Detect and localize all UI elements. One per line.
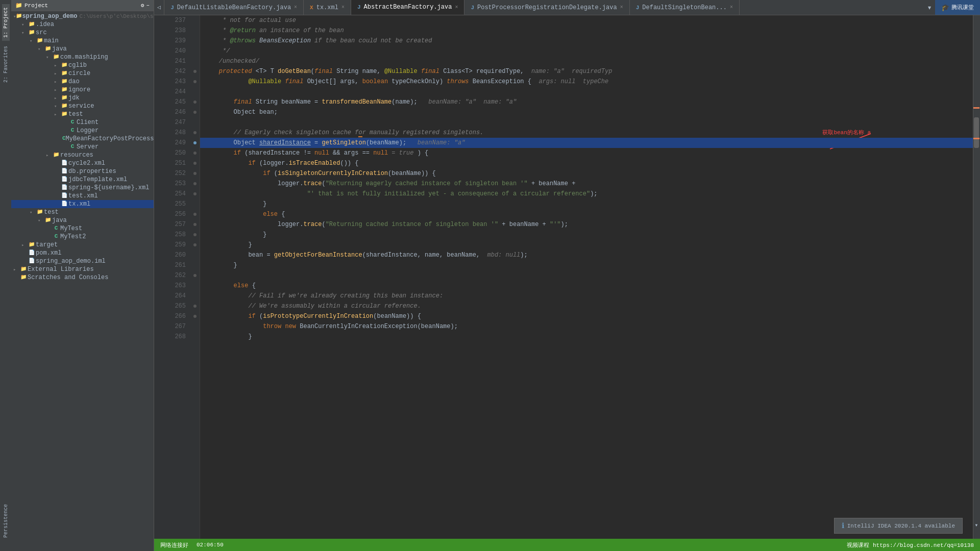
tree-item-test-service[interactable]: ▸ 📁 test <box>11 110 154 118</box>
tree-item-dbprops[interactable]: 📄 db.properties <box>11 167 154 176</box>
tree-item-iml[interactable]: 📄 spring_aop_demo.iml <box>11 257 154 265</box>
tab-default-singleton[interactable]: J DefaultSingletonBean... × <box>630 0 740 15</box>
tree-item-client[interactable]: C Client <box>11 118 154 127</box>
line-numbers: 237 238 239 240 241 242 243 244 245 246 … <box>164 15 190 539</box>
tab-txxxml-label: tx.xml <box>316 4 338 11</box>
tab-close-icon[interactable]: × <box>294 5 297 10</box>
line-content: bean = getObjectForBeanInstance(sharedIn… <box>200 250 973 260</box>
tree-item-mytest2[interactable]: C MyTest2 <box>11 233 154 241</box>
editor-scrollbar[interactable]: ▼ <box>973 15 980 539</box>
tree-item-ext-libs[interactable]: ▸ 📁 External Libraries <box>11 265 154 273</box>
arrow-icon: ▾ <box>46 55 52 60</box>
tab-txxxml[interactable]: X tx.xml × <box>304 0 351 15</box>
code-line-249: Object sharedInstance = getSingleton(bea… <box>200 138 973 148</box>
class-client-label: Client <box>77 119 99 126</box>
folder-com-label: com.mashiping <box>60 54 108 61</box>
code-line-242: protected <T> T doGetBean(final String n… <box>200 66 973 77</box>
tree-item-scratches[interactable]: 📁 Scratches and Consoles <box>11 273 154 282</box>
code-line-265: // We're assumably within a circular ref… <box>200 301 973 311</box>
tab-abstract-bean[interactable]: J AbstractBeanFactory.java × <box>351 0 464 15</box>
tree-item-cglib[interactable]: ▸ 📁 cglib <box>11 61 154 69</box>
code-editor[interactable]: * not for actual use * @return an instan… <box>200 15 973 539</box>
code-line-239: * @throws BeansException if the bean cou… <box>200 36 973 46</box>
tree-item-circle[interactable]: ▸ 📁 circle <box>11 69 154 78</box>
status-time: 02:06:50 <box>197 542 224 548</box>
tree-item-dao[interactable]: ▸ 📁 dao <box>11 78 154 86</box>
tab-close-icon5[interactable]: × <box>730 5 733 10</box>
tree-item-cycle2xml[interactable]: 📄 cycle2.xml <box>11 159 154 167</box>
tree-item-src[interactable]: ▾ 📁 src <box>11 29 154 37</box>
tree-item-txxxml[interactable]: 📄 tx.xml <box>11 200 154 208</box>
editor-tabs: ◁ J DefaultListableBeanFactory.java × X … <box>154 0 980 15</box>
tab-close-icon4[interactable]: × <box>620 5 623 10</box>
tab-postprocessor[interactable]: J PostProcessorRegistrationDelegate.java… <box>464 0 629 15</box>
folder-icon: 📁 <box>60 111 68 118</box>
tree-item-resources[interactable]: ▸ 📁 resources <box>11 151 154 159</box>
gutter-row-dot <box>190 301 200 311</box>
notification-bar[interactable]: ℹ IntelliJ IDEA 2020.1.4 available <box>834 518 963 534</box>
tab-java-icon3: J <box>471 5 474 11</box>
tree-item-pomxml[interactable]: 📄 pom.xml <box>11 249 154 257</box>
tree-item-target[interactable]: ▸ 📁 target <box>11 241 154 249</box>
vertical-tab-favorites[interactable]: 2: Favorites <box>2 43 10 86</box>
arrow-icon: ▾ <box>21 30 28 36</box>
vertical-tab-persistence[interactable]: Persistence <box>2 501 10 541</box>
tree-collapse-icon[interactable]: – <box>146 2 150 9</box>
tab-navigation-left[interactable]: ◁ <box>154 0 164 15</box>
tree-item-logger[interactable]: C Logger <box>11 127 154 135</box>
tree-item-ignore[interactable]: ▸ 📁 ignore <box>11 86 154 94</box>
arrow-icon: ▾ <box>38 218 44 223</box>
folder-ext-libs-label: External Libraries <box>28 266 94 273</box>
tab-close-icon3[interactable]: × <box>455 5 458 10</box>
tree-item-service[interactable]: ▾ 📁 service <box>11 102 154 110</box>
tree-item-jdk[interactable]: ▸ 📁 jdk <box>11 94 154 102</box>
tab-default-listable[interactable]: J DefaultListableBeanFactory.java × <box>164 0 304 15</box>
folder-icon: 📁 <box>44 45 52 53</box>
tree-item-mybeanfactory[interactable]: C MyBeanFactoryPostProcessor <box>11 135 154 143</box>
tree-item-java[interactable]: ▾ 📁 java <box>11 45 154 53</box>
tab-close-icon2[interactable]: × <box>341 5 345 10</box>
iml-icon: 📄 <box>28 258 36 265</box>
tree-item-spring-username[interactable]: 📄 spring-${username}.xml <box>11 184 154 192</box>
folder-dao-label: dao <box>68 78 80 85</box>
class-mybeanfactory-label: MyBeanFactoryPostProcessor <box>66 135 154 142</box>
code-line-259: } <box>200 240 973 250</box>
props-icon: 📄 <box>60 168 68 175</box>
class-icon: C <box>52 225 60 232</box>
tab-abstract-bean-label: AbstractBeanFactory.java <box>364 4 452 11</box>
tree-item-jdbctemplate[interactable]: 📄 jdbcTemplate.xml <box>11 176 154 184</box>
tree-item-server[interactable]: C Server <box>11 143 154 151</box>
code-line-254: "' that is not fully initialized yet - a… <box>200 189 973 199</box>
line-content <box>200 117 973 128</box>
tab-more-button[interactable]: ▾ <box>924 0 935 15</box>
tree-item-mytest[interactable]: C MyTest <box>11 224 154 233</box>
tree-settings-icon[interactable]: ⚙ <box>141 2 144 9</box>
tree-item-main[interactable]: ▾ 📁 main <box>11 37 154 45</box>
gutter-row-dot <box>190 219 200 230</box>
tree-item-test-java[interactable]: ▾ 📁 java <box>11 216 154 224</box>
tree-item-test-folder[interactable]: ▾ 📁 test <box>11 208 154 216</box>
file-jdbctemplate-label: jdbcTemplate.xml <box>68 176 127 183</box>
folder-icon: 📁 <box>60 70 68 77</box>
code-line-244 <box>200 87 973 97</box>
line-content: } <box>200 260 973 270</box>
project-root-label: spring_aop_demo <box>22 13 77 20</box>
tree-item-idea[interactable]: ▾ 📁 .idea <box>11 20 154 29</box>
tab-postprocessor-label: PostProcessorRegistrationDelegate.java <box>477 4 617 11</box>
scroll-down-button[interactable]: ▼ <box>973 521 980 529</box>
xml-icon: 📄 <box>60 160 68 167</box>
folder-circle-label: circle <box>68 70 90 77</box>
folder-service-label: service <box>68 103 94 110</box>
vertical-tab-project[interactable]: 1: Project <box>2 4 10 41</box>
scrollbar-thumb[interactable] <box>974 117 979 148</box>
code-line-257: logger.trace("Returning cached instance … <box>200 219 973 230</box>
gutter-row <box>190 26 200 36</box>
line-content: "' that is not fully initialized yet - a… <box>200 189 973 199</box>
line-content <box>200 270 973 281</box>
tree-item-com-mashiping[interactable]: ▾ 📁 com.mashiping <box>11 53 154 61</box>
tree-item-testxml[interactable]: 📄 test.xml <box>11 192 154 200</box>
gutter-row-dot <box>190 148 200 158</box>
class-icon: C <box>52 233 60 240</box>
gutter-row <box>190 281 200 291</box>
tree-item-root[interactable]: ▾ 📁 spring_aop_demo C:\Users\p'c\Desktop… <box>11 12 154 20</box>
